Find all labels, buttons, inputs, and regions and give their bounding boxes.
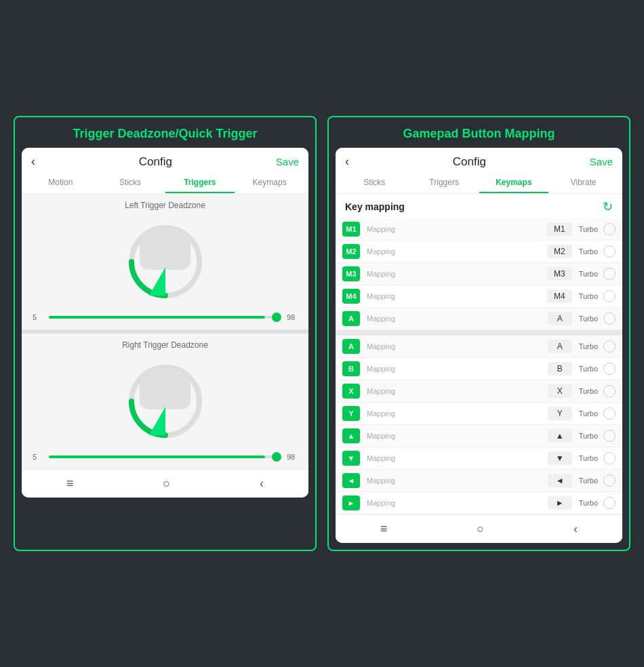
value-m4[interactable]: M4 <box>547 289 572 303</box>
left-slider-bottom-track[interactable] <box>49 456 281 458</box>
refresh-icon[interactable]: ↻ <box>603 199 613 214</box>
right-back-button[interactable]: ‹ <box>345 155 349 169</box>
left-slider-bottom-thumb[interactable] <box>272 452 281 462</box>
left-save-button[interactable]: Save <box>276 156 299 167</box>
left-nav-back-icon[interactable]: ‹ <box>260 477 264 491</box>
value-a1[interactable]: A <box>548 312 572 325</box>
mapping-text-m2: Mapping <box>364 247 543 256</box>
turbo-label-a1: Turbo <box>579 315 598 323</box>
value-m3[interactable]: M3 <box>547 267 572 281</box>
tab-sticks[interactable]: Sticks <box>340 173 409 193</box>
badge-a2[interactable]: A <box>342 339 360 354</box>
left-slider-top-track[interactable] <box>49 316 281 319</box>
mapping-text-a2: Mapping <box>364 342 544 350</box>
left-nav-menu-icon[interactable]: ≡ <box>66 477 74 491</box>
mapping-row-m3: M3 Mapping M3 Turbo <box>336 263 622 285</box>
turbo-toggle-x[interactable] <box>603 385 616 397</box>
mapping-text-down: Mapping <box>364 454 544 462</box>
right-nav-menu-icon[interactable]: ≡ <box>380 522 388 536</box>
mapping-row-b: B Mapping B Turbo <box>336 358 622 380</box>
key-mapping-title: Key mapping <box>345 201 405 212</box>
badge-y[interactable]: Y <box>342 406 360 421</box>
left-slider-top-thumb[interactable] <box>272 312 281 322</box>
value-m1[interactable]: M1 <box>547 222 572 236</box>
mapping-row-up: ▲ Mapping ▲ Turbo <box>336 425 622 447</box>
badge-down[interactable]: ▼ <box>342 451 360 466</box>
right-nav-home-icon[interactable]: ○ <box>477 522 484 536</box>
badge-x[interactable]: X <box>342 384 360 399</box>
mapping-row-y: Y Mapping Y Turbo <box>336 403 622 425</box>
left-slider-bottom-max: 98 <box>287 453 298 461</box>
left-trigger-top: Left Trigger Deadzone <box>22 194 308 329</box>
turbo-label-up: Turbo <box>579 432 598 440</box>
turbo-label-b: Turbo <box>579 365 598 373</box>
turbo-toggle-m4[interactable] <box>603 290 616 302</box>
key-mapping-header: Key mapping ↻ <box>336 194 622 218</box>
left-panel-title: Trigger Deadzone/Quick Trigger <box>15 117 315 148</box>
left-phone-screen: ‹ Config Save Motion Sticks Triggers Key… <box>22 148 308 498</box>
left-config-title: Config <box>139 155 172 169</box>
turbo-toggle-m1[interactable] <box>603 223 616 235</box>
left-slider-top-fill <box>49 316 265 319</box>
svg-marker-1 <box>149 267 165 296</box>
value-m2[interactable]: M2 <box>547 245 572 258</box>
badge-m1[interactable]: M1 <box>342 222 360 237</box>
badge-m2[interactable]: M2 <box>342 244 360 259</box>
tab-motion[interactable]: Motion <box>26 173 96 193</box>
mapping-text-m4: Mapping <box>364 292 543 300</box>
badge-right[interactable]: ► <box>342 496 360 510</box>
turbo-toggle-right[interactable] <box>603 497 616 509</box>
badge-m4[interactable]: M4 <box>342 289 360 304</box>
turbo-toggle-a2[interactable] <box>603 340 616 352</box>
mapping-row-a2: A Mapping A Turbo <box>336 336 622 358</box>
left-trigger-top-label: Left Trigger Deadzone <box>22 201 308 210</box>
turbo-toggle-a1[interactable] <box>603 312 616 325</box>
value-right[interactable]: ► <box>548 496 572 510</box>
turbo-toggle-m3[interactable] <box>603 268 616 280</box>
value-a2[interactable]: A <box>548 340 572 353</box>
right-save-button[interactable]: Save <box>590 156 613 167</box>
right-tabs: Sticks Triggers Keymaps Vibrate <box>336 173 622 194</box>
right-nav-back-icon[interactable]: ‹ <box>573 522 578 536</box>
turbo-toggle-y[interactable] <box>603 407 616 420</box>
tab-vibrate[interactable]: Vibrate <box>548 173 618 193</box>
right-bottom-nav: ≡ ○ ‹ <box>336 514 622 543</box>
mapping-row-m1: M1 Mapping M1 Turbo <box>336 218 622 241</box>
badge-b[interactable]: B <box>342 361 360 376</box>
value-up[interactable]: ▲ <box>548 429 572 443</box>
value-y[interactable]: Y <box>548 407 572 420</box>
value-left[interactable]: ◄ <box>548 474 572 487</box>
turbo-toggle-left[interactable] <box>603 474 616 487</box>
left-bottom-nav: ≡ ○ ‹ <box>22 469 308 498</box>
tab-triggers[interactable]: Triggers <box>165 173 235 193</box>
turbo-toggle-b[interactable] <box>603 363 616 375</box>
mapping-section-gap <box>336 330 622 336</box>
turbo-toggle-m2[interactable] <box>603 245 616 258</box>
turbo-label-m1: Turbo <box>579 225 598 233</box>
mapping-text-m1: Mapping <box>364 225 543 233</box>
tab-keymaps[interactable]: Keymaps <box>479 173 549 193</box>
left-panel: Trigger Deadzone/Quick Trigger ‹ Config … <box>14 116 317 551</box>
value-down[interactable]: ▼ <box>548 451 572 465</box>
mapping-row-x: X Mapping X Turbo <box>336 380 622 403</box>
left-trigger-bottom-label: Right Trigger Deadzone <box>22 340 308 350</box>
left-back-button[interactable]: ‹ <box>31 155 35 169</box>
turbo-toggle-up[interactable] <box>603 430 616 442</box>
svg-marker-3 <box>149 407 165 435</box>
turbo-label-m4: Turbo <box>579 292 598 300</box>
value-x[interactable]: X <box>548 384 572 398</box>
badge-m3[interactable]: M3 <box>342 266 360 281</box>
mapping-section-1: M1 Mapping M1 Turbo M2 Mapping M2 Turbo … <box>336 218 622 330</box>
value-b[interactable]: B <box>548 362 572 376</box>
badge-a1[interactable]: A <box>342 311 360 326</box>
turbo-label-x: Turbo <box>579 387 598 395</box>
turbo-toggle-down[interactable] <box>603 452 616 464</box>
badge-up[interactable]: ▲ <box>342 428 360 443</box>
badge-left[interactable]: ◄ <box>342 473 360 488</box>
tab-keymaps[interactable]: Keymaps <box>235 173 304 193</box>
turbo-label-left: Turbo <box>579 477 598 485</box>
left-nav-home-icon[interactable]: ○ <box>163 477 170 491</box>
tab-sticks[interactable]: Sticks <box>96 173 165 193</box>
left-dial-top <box>22 214 308 309</box>
tab-triggers[interactable]: Triggers <box>409 173 479 193</box>
